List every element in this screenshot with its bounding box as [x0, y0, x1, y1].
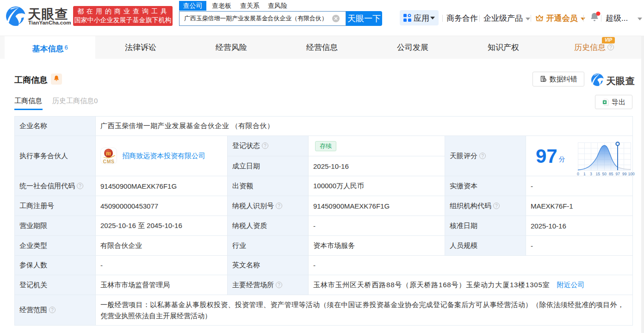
svg-text:CMS: CMS [103, 159, 115, 164]
svg-text:100: 100 [628, 172, 635, 176]
svg-text:0: 0 [577, 172, 579, 176]
svg-text:15: 15 [596, 172, 601, 176]
svg-text:99: 99 [622, 172, 627, 176]
svg-text:1: 1 [583, 172, 586, 176]
svg-text:97: 97 [616, 172, 620, 176]
svg-text:3: 3 [590, 172, 592, 176]
svg-text:m: m [106, 150, 111, 157]
svg-text:50: 50 [602, 172, 607, 176]
svg-text:85: 85 [609, 172, 613, 176]
